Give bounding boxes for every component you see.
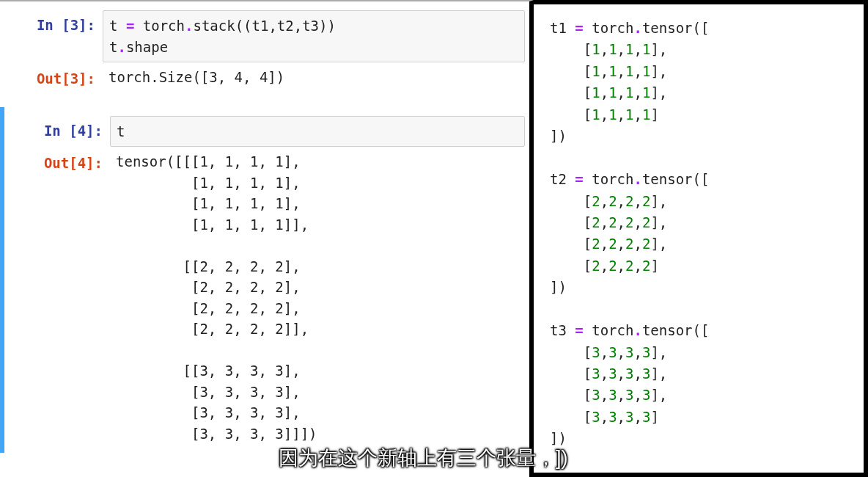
notebook-cell-4[interactable]: In [4]: t Out[4]: tensor([[[1, 1, 1, 1],… [0, 107, 529, 454]
in-prompt-3: In [3]: [0, 9, 103, 40]
subtitle-overlay: 因为在这个新轴上有三个张量，]) [279, 445, 568, 471]
notebook-cell-3[interactable]: In [3]: t = torch.stack((t1,t2,t3)) t.sh… [0, 1, 529, 98]
out-prompt-4: Out[4]: [7, 147, 110, 178]
definitions-pane: t1 = torch.tensor([ [1,1,1,1], [1,1,1,1]… [534, 0, 868, 477]
in-prompt-4: In [4]: [7, 114, 110, 146]
code-input-3[interactable]: t = torch.stack((t1,t2,t3)) t.shape [103, 10, 525, 62]
code-output-4: tensor([[[1, 1, 1, 1], [1, 1, 1, 1], [1,… [110, 147, 529, 448]
tensor-t1: t1 = torch.tensor([ [1,1,1,1], [1,1,1,1]… [550, 18, 850, 450]
out-prompt-3: Out[3]: [0, 62, 103, 94]
code-input-4[interactable]: t [110, 116, 525, 148]
code-output-3: torch.Size([3, 4, 4]) [103, 62, 529, 92]
notebook-pane: In [3]: t = torch.stack((t1,t2,t3)) t.sh… [0, 0, 534, 477]
